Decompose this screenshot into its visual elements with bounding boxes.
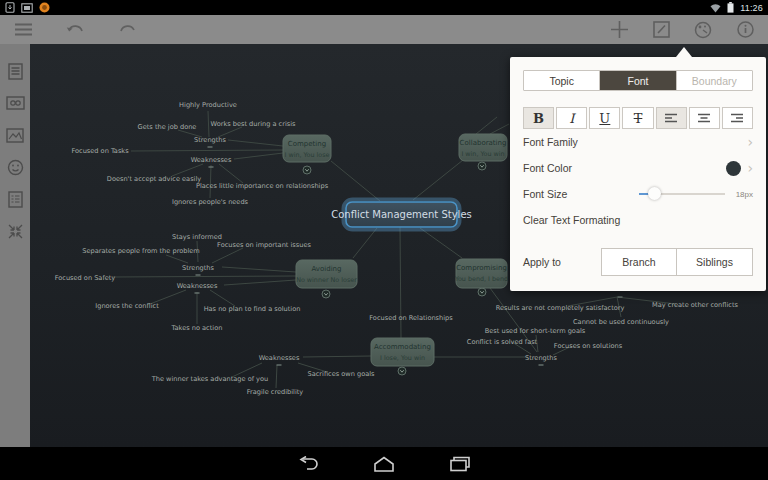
tab-boundary[interactable]: Boundary (677, 71, 752, 90)
map-edge (420, 228, 462, 258)
map-topic-label[interactable]: May create other conflicts (652, 301, 738, 309)
home-button[interactable] (370, 452, 398, 476)
map-topic-label[interactable]: Highly Productive (179, 101, 237, 109)
map-topic-label[interactable]: Gets the job done (138, 123, 197, 131)
format-button[interactable] (648, 17, 674, 43)
navigation-bar (0, 447, 768, 480)
map-topic-label[interactable]: Conflict is solved fast (467, 338, 538, 346)
apply-siblings-button[interactable]: Siblings (677, 249, 752, 275)
map-topic-label[interactable]: Focuses on solutions (554, 342, 623, 350)
map-topic-label[interactable]: Has no plan to find a solution (204, 305, 301, 313)
map-edge (112, 276, 296, 277)
map-edge (353, 228, 377, 258)
strikethrough-button[interactable]: T (622, 107, 653, 129)
map-edge (331, 161, 380, 201)
map-topic-label[interactable]: Weaknesses (259, 354, 300, 362)
map-topic-label[interactable]: Focused on Tasks (71, 147, 129, 155)
add-topic-button[interactable] (606, 17, 632, 43)
font-family-label: Font Family (523, 136, 578, 148)
tab-font[interactable]: Font (600, 71, 676, 90)
collapse-icon[interactable] (4, 222, 26, 240)
recents-button[interactable] (446, 452, 474, 476)
note-icon[interactable] (4, 62, 26, 80)
map-topic-label[interactable]: Focused on Relationships (369, 314, 453, 322)
back-button[interactable] (294, 452, 322, 476)
panel-caret (676, 47, 692, 57)
map-topic-label[interactable]: Weaknesses (177, 282, 218, 290)
screenshot-icon (21, 0, 33, 17)
align-center-icon (697, 112, 711, 124)
map-topic-label[interactable]: Cannot be used continuously (573, 318, 669, 326)
map-node-accommodating[interactable]: AccommodatingI lose, You win (371, 338, 434, 366)
tab-topic[interactable]: Topic (524, 71, 600, 90)
collapse-circle-icon[interactable] (322, 290, 330, 298)
svg-text:You bend, I bend: You bend, I bend (454, 275, 508, 283)
usb-connected-icon (5, 0, 15, 17)
slider-thumb[interactable] (648, 187, 661, 200)
bold-button[interactable]: B (523, 107, 554, 129)
align-center-button[interactable] (689, 107, 720, 129)
clear-formatting-row[interactable]: Clear Text Formating (523, 207, 753, 233)
collapse-circle-icon[interactable] (303, 166, 311, 174)
undo-button[interactable] (62, 17, 88, 43)
map-edge (413, 160, 463, 200)
map-edge (166, 255, 188, 263)
map-node-compromising[interactable]: CompromisingYou bend, I bend (454, 259, 508, 288)
map-edge (131, 150, 283, 151)
link-icon[interactable] (4, 94, 26, 112)
map-topic-label[interactable]: Strengths (182, 264, 215, 272)
map-topic-label[interactable]: Best used for short-term goals (485, 327, 586, 335)
task-icon[interactable] (4, 190, 26, 208)
collapse-circle-icon[interactable] (478, 162, 486, 170)
font-size-slider[interactable] (639, 187, 725, 201)
collapse-circle-icon[interactable] (398, 367, 406, 375)
font-size-label: Font Size (523, 188, 567, 200)
svg-text:Compromising: Compromising (456, 264, 507, 272)
map-topic-label[interactable]: Doesn't accept advice easily (107, 175, 201, 183)
info-button[interactable] (732, 17, 758, 43)
app-notification-icon (39, 0, 50, 17)
map-topic-label[interactable]: Fragile credibility (247, 388, 304, 396)
map-node-central[interactable]: Conflict Management Styles (331, 200, 472, 230)
format-panel: Topic Font Boundary B I U T Font Family … (510, 57, 766, 291)
map-topic-label[interactable]: Focused on Safety (55, 274, 116, 282)
align-left-button[interactable] (656, 107, 687, 129)
menu-button[interactable] (10, 17, 36, 43)
map-topic-label[interactable]: Weaknesses (191, 156, 232, 164)
map-topic-label[interactable]: Ignores people's needs (172, 198, 249, 206)
italic-button[interactable]: I (556, 107, 587, 129)
map-topic-label[interactable]: Results are not completely satisfactory (496, 304, 625, 312)
map-topic-label[interactable]: Strengths (525, 354, 558, 362)
svg-text:Collaborating: Collaborating (460, 139, 507, 147)
font-color-row[interactable]: Font Color › (523, 155, 753, 181)
redo-button[interactable] (114, 17, 140, 43)
apply-branch-button[interactable]: Branch (602, 249, 677, 275)
underline-button[interactable]: U (589, 107, 620, 129)
emoticon-icon[interactable] (4, 158, 26, 176)
map-topic-label[interactable]: Takes no action (171, 324, 223, 332)
map-topic-label[interactable]: Works best during a crisis (211, 120, 297, 128)
map-topic-label[interactable]: Focuses on important issues (217, 241, 311, 249)
map-node-avoiding[interactable]: AvoidingNo winner No loser (296, 260, 357, 288)
svg-text:I win, You win: I win, You win (461, 150, 504, 158)
map-topic-label[interactable]: Strengths (194, 136, 227, 144)
map-topic-label[interactable]: Places little importance on relationship… (196, 182, 329, 190)
presentation-button[interactable] (690, 17, 716, 43)
map-topic-label[interactable]: The winner takes advantage of you (151, 375, 268, 383)
align-right-button[interactable] (722, 107, 753, 129)
map-topic-label[interactable]: Stays informed (172, 233, 222, 241)
chevron-right-icon: › (747, 135, 753, 149)
collapse-circle-icon[interactable] (478, 288, 486, 296)
map-node-collaborating[interactable]: CollaboratingI win, You win (459, 134, 507, 161)
font-family-row[interactable]: Font Family › (523, 129, 753, 155)
image-icon[interactable] (4, 126, 26, 144)
wifi-icon (710, 0, 721, 17)
map-topic-label[interactable]: Ignores the conflict (95, 302, 159, 310)
svg-text:I lose, You win: I lose, You win (380, 354, 425, 362)
map-topic-label[interactable]: Separates people from the problem (82, 247, 199, 255)
font-size-value: 18px (731, 190, 753, 199)
map-node-competing[interactable]: CompetingI win, You lose (283, 135, 331, 162)
map-topic-label[interactable]: Sacrifices own goals (308, 370, 376, 378)
apply-to-label: Apply to (523, 256, 561, 268)
svg-text:Avoiding: Avoiding (311, 265, 341, 273)
